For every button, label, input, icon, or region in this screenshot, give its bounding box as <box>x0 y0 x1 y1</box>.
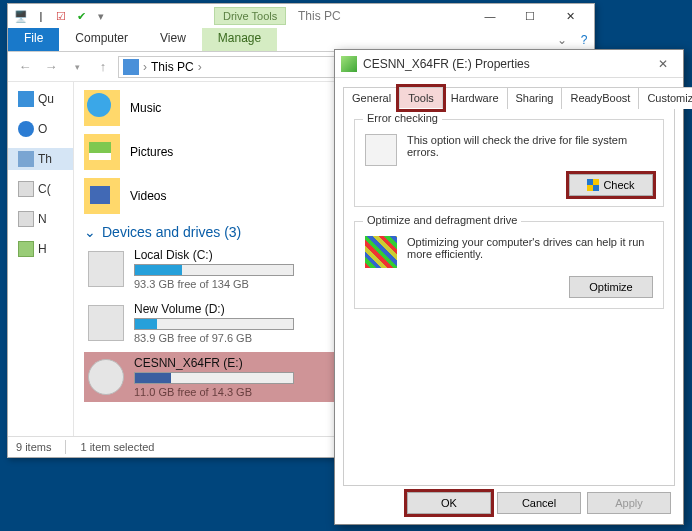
checkmark-icon[interactable]: ✔ <box>72 7 90 25</box>
folder-label: Pictures <box>130 145 173 159</box>
drive-name: Local Disk (C:) <box>134 248 294 262</box>
breadcrumb-thispc[interactable]: This PC <box>151 60 194 74</box>
dvd-drive-icon <box>88 359 124 395</box>
navigation-pane: Qu O Th C( N H <box>8 82 74 436</box>
button-label: Optimize <box>589 281 632 293</box>
computer-tab[interactable]: Computer <box>59 28 144 51</box>
up-button[interactable]: ↑ <box>92 56 114 78</box>
drive-icon <box>18 181 34 197</box>
window-title: This PC <box>298 9 341 23</box>
button-label: Check <box>603 179 634 191</box>
qat-dropdown-icon[interactable]: ▾ <box>92 7 110 25</box>
drive-icon <box>18 211 34 227</box>
shield-icon <box>587 179 599 191</box>
pc-icon <box>123 59 139 75</box>
nav-onedrive[interactable]: O <box>8 118 73 140</box>
tab-hardware[interactable]: Hardware <box>442 87 508 109</box>
dvd-icon <box>18 241 34 257</box>
apply-button[interactable]: Apply <box>587 492 671 514</box>
drive-free-text: 93.3 GB free of 134 GB <box>134 278 294 290</box>
button-label: Apply <box>615 497 643 509</box>
chevron-down-icon: ⌄ <box>84 224 96 240</box>
button-label: Cancel <box>522 497 556 509</box>
tab-customize[interactable]: Customize <box>638 87 692 109</box>
drive-icon <box>341 56 357 72</box>
properties-tabs: General Tools Hardware Sharing ReadyBoos… <box>335 78 683 108</box>
maximize-button[interactable]: ☐ <box>510 5 550 27</box>
drive-free-text: 83.9 GB free of 97.6 GB <box>134 332 294 344</box>
star-icon <box>18 91 34 107</box>
optimize-text: Optimizing your computer's drives can he… <box>407 236 653 268</box>
folder-icon <box>84 178 120 214</box>
storage-bar <box>134 264 294 276</box>
forward-button[interactable]: → <box>40 56 62 78</box>
close-button[interactable]: ✕ <box>649 57 677 71</box>
ribbon-expand-icon[interactable]: ⌄ <box>550 28 574 51</box>
file-tab[interactable]: File <box>8 28 59 51</box>
picture-icon <box>89 142 111 160</box>
folder-icon <box>84 134 120 170</box>
help-icon[interactable]: ? <box>574 28 594 51</box>
storage-bar <box>134 318 294 330</box>
cancel-button[interactable]: Cancel <box>497 492 581 514</box>
error-checking-group: Error checking This option will check th… <box>354 119 664 207</box>
dialog-title: CESNN_X64FR (E:) Properties <box>363 57 530 71</box>
nav-quick-access[interactable]: Qu <box>8 88 73 110</box>
nav-drive-e[interactable]: H <box>8 238 73 260</box>
breadcrumb-chevron[interactable]: › <box>143 60 147 74</box>
quick-access-toolbar: 🖥️ | ☑ ✔ ▾ <box>12 7 110 25</box>
error-checking-text: This option will check the drive for fil… <box>407 134 653 166</box>
button-label: OK <box>441 497 457 509</box>
window-controls: — ☐ ✕ <box>470 5 590 27</box>
check-button[interactable]: Check <box>569 174 653 196</box>
status-selected-count: 1 item selected <box>80 441 154 453</box>
tab-readyboost[interactable]: ReadyBoost <box>561 87 639 109</box>
recent-dropdown-icon[interactable]: ▾ <box>66 56 88 78</box>
dialog-titlebar: CESNN_X64FR (E:) Properties ✕ <box>335 50 683 78</box>
drive-name: New Volume (D:) <box>134 302 294 316</box>
folder-icon <box>84 90 120 126</box>
close-button[interactable]: ✕ <box>550 5 590 27</box>
ok-button[interactable]: OK <box>407 492 491 514</box>
minimize-button[interactable]: — <box>470 5 510 27</box>
properties-dialog: CESNN_X64FR (E:) Properties ✕ General To… <box>334 49 684 525</box>
hdd-icon <box>365 134 397 166</box>
breadcrumb-chevron[interactable]: › <box>198 60 202 74</box>
drive-tools-contextual-tab[interactable]: Drive Tools <box>214 7 286 25</box>
tab-sharing[interactable]: Sharing <box>507 87 563 109</box>
music-note-icon <box>87 93 111 117</box>
pc-icon <box>18 151 34 167</box>
optimize-button[interactable]: Optimize <box>569 276 653 298</box>
pc-icon: 🖥️ <box>12 7 30 25</box>
tab-tools[interactable]: Tools <box>399 87 443 109</box>
group-label: Error checking <box>363 112 442 124</box>
drive-free-text: 11.0 GB free of 14.3 GB <box>134 386 294 398</box>
nav-this-pc[interactable]: Th <box>8 148 73 170</box>
folder-label: Music <box>130 101 161 115</box>
view-tab[interactable]: View <box>144 28 202 51</box>
group-label: Optimize and defragment drive <box>363 214 521 226</box>
storage-bar <box>134 372 294 384</box>
nav-drive-d[interactable]: N <box>8 208 73 230</box>
status-item-count: 9 items <box>16 441 51 453</box>
tab-general[interactable]: General <box>343 87 400 109</box>
windows-drive-icon <box>88 251 124 287</box>
dialog-footer: OK Cancel Apply <box>407 492 671 514</box>
section-label: Devices and drives (3) <box>102 224 241 240</box>
properties-icon[interactable]: ☑ <box>52 7 70 25</box>
optimize-group: Optimize and defragment drive Optimizing… <box>354 221 664 309</box>
defrag-icon <box>365 236 397 268</box>
hdd-icon <box>88 305 124 341</box>
cloud-icon <box>18 121 34 137</box>
back-button[interactable]: ← <box>14 56 36 78</box>
dialog-body: Error checking This option will check th… <box>343 108 675 486</box>
qat-separator: | <box>32 7 50 25</box>
video-icon <box>90 186 110 204</box>
nav-drive-c[interactable]: C( <box>8 178 73 200</box>
folder-label: Videos <box>130 189 166 203</box>
drive-name: CESNN_X64FR (E:) <box>134 356 294 370</box>
explorer-titlebar: 🖥️ | ☑ ✔ ▾ Drive Tools This PC — ☐ ✕ <box>8 4 594 28</box>
manage-tab[interactable]: Manage <box>202 28 277 51</box>
